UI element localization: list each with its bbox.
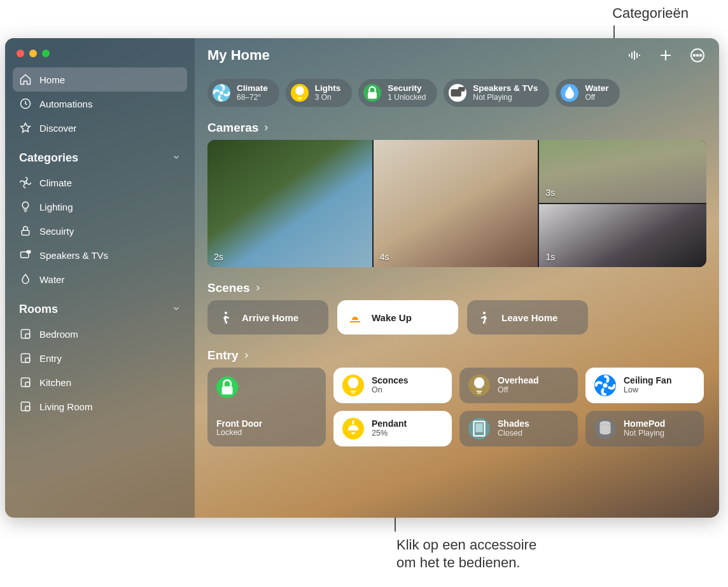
- accessory-name: Overhead: [498, 376, 539, 385]
- accessory-name: Shades: [498, 419, 529, 429]
- pill-label: Lights: [315, 84, 341, 93]
- scene-leave-home[interactable]: Leave Home: [467, 300, 588, 335]
- camera-timestamp: 1s: [545, 252, 555, 262]
- sidebar-item-label: Secuirty: [39, 226, 74, 237]
- sidebar-item-climate[interactable]: Climate: [13, 170, 187, 195]
- sidebar-item-label: Bedroom: [39, 329, 78, 340]
- svg-rect-6: [25, 334, 30, 338]
- svg-point-17: [220, 91, 223, 95]
- scene-arrive-home[interactable]: Arrive Home: [207, 300, 328, 335]
- page-title: My Home: [207, 47, 270, 64]
- home-app-window: Home Automations Discover Categories Cli…: [5, 38, 719, 518]
- fullscreen-window-button[interactable]: [42, 50, 50, 57]
- category-pill-row: Climate68–72° Lights3 On Security1 Unloc…: [195, 69, 719, 107]
- accessory-status: Not Playing: [624, 429, 665, 438]
- accessory-status: On: [372, 386, 409, 395]
- sidebar: Home Automations Discover Categories Cli…: [5, 38, 195, 518]
- bulb-icon: [19, 200, 32, 213]
- more-button[interactable]: [690, 48, 705, 63]
- sidebar-item-discover[interactable]: Discover: [13, 116, 187, 140]
- room-icon: [19, 352, 32, 364]
- minimize-window-button[interactable]: [29, 50, 37, 57]
- titlebar: My Home: [195, 38, 719, 69]
- sidebar-item-entry[interactable]: Entry: [13, 346, 187, 370]
- pill-status: 68–72°: [237, 93, 268, 102]
- section-heading-scenes[interactable]: Scenes: [195, 267, 719, 300]
- house-icon: [19, 73, 32, 86]
- accessory-shades[interactable]: ShadesClosed: [459, 411, 578, 446]
- accessory-homepod[interactable]: HomePodNot Playing: [585, 411, 704, 446]
- fan-icon: [19, 176, 32, 189]
- bulb-icon: [291, 84, 309, 102]
- svg-point-16: [700, 55, 702, 57]
- accessory-status: 25%: [372, 429, 407, 438]
- sidebar-item-lighting[interactable]: Lighting: [13, 195, 187, 219]
- section-label: Scenes: [207, 281, 250, 295]
- accessory-status: Off: [498, 386, 539, 395]
- homepod-icon: [594, 418, 616, 439]
- category-pill-security[interactable]: Security1 Unlocked: [358, 79, 437, 107]
- section-label: Entry: [207, 349, 239, 363]
- sidebar-item-label: Home: [39, 74, 65, 85]
- camera-tile[interactable]: 3s: [539, 140, 706, 203]
- camera-tile[interactable]: 1s: [539, 204, 706, 267]
- accessory-status: Low: [624, 386, 671, 395]
- add-button[interactable]: [658, 48, 673, 63]
- accessory-name: Front Door: [216, 419, 262, 429]
- chevron-right-icon: [262, 121, 270, 135]
- section-heading-cameras[interactable]: Cameras: [195, 107, 719, 140]
- sidebar-item-automations[interactable]: Automations: [13, 92, 187, 116]
- lock-icon: [19, 224, 32, 237]
- category-pill-lights[interactable]: Lights3 On: [286, 79, 353, 107]
- pill-label: Climate: [237, 84, 268, 93]
- camera-tile[interactable]: 4s: [374, 140, 538, 267]
- sidebar-item-label: Climate: [39, 177, 72, 188]
- section-heading-entry[interactable]: Entry: [195, 335, 719, 368]
- fan-icon: [213, 84, 230, 102]
- sidebar-item-bedroom[interactable]: Bedroom: [13, 322, 187, 346]
- sidebar-heading-categories[interactable]: Categories: [13, 140, 187, 170]
- sidebar-item-label: Automations: [39, 99, 92, 109]
- svg-rect-4: [27, 251, 31, 254]
- accessory-status: Closed: [498, 429, 529, 438]
- sidebar-item-speakers-tvs[interactable]: Speakers & TVs: [13, 243, 187, 267]
- droplet-icon: [561, 84, 578, 102]
- accessory-sconces[interactable]: SconcesOn: [333, 368, 452, 403]
- pill-status: Off: [585, 93, 608, 102]
- svg-point-15: [697, 55, 699, 57]
- accessory-overhead[interactable]: OverheadOff: [459, 368, 578, 403]
- scene-label: Wake Up: [372, 312, 412, 323]
- sidebar-heading-rooms[interactable]: Rooms: [13, 291, 187, 322]
- intercom-button[interactable]: [626, 48, 641, 63]
- sidebar-item-living-room[interactable]: Living Room: [13, 394, 187, 418]
- pill-label: Speakers & TVs: [473, 84, 538, 93]
- camera-tile[interactable]: 2s: [207, 140, 372, 267]
- accessory-pendant[interactable]: Pendant25%: [333, 411, 452, 446]
- sidebar-item-kitchen[interactable]: Kitchen: [13, 370, 187, 394]
- camera-timestamp: 4s: [380, 252, 389, 262]
- sidebar-item-label: Lighting: [39, 202, 73, 212]
- svg-rect-12: [25, 406, 30, 411]
- pill-label: Security: [388, 84, 426, 93]
- category-pill-climate[interactable]: Climate68–72°: [207, 79, 279, 107]
- sidebar-item-home[interactable]: Home: [13, 67, 187, 92]
- scene-wake-up[interactable]: Wake Up: [337, 300, 458, 335]
- sidebar-item-water[interactable]: Water: [13, 267, 187, 291]
- camera-grid: 2s 3s 4s 1s: [207, 140, 706, 267]
- accessory-ceiling-fan[interactable]: Ceiling FanLow: [585, 368, 704, 403]
- sidebar-item-label: Kitchen: [39, 377, 71, 388]
- accessory-front-door[interactable]: Front Door Locked: [207, 368, 326, 446]
- callout-accessory-line1: Klik op een accessoire: [396, 537, 536, 553]
- sidebar-item-security[interactable]: Secuirty: [13, 219, 187, 243]
- category-pill-water[interactable]: WaterOff: [556, 79, 620, 107]
- category-pill-speakers-tvs[interactable]: Speakers & TVsNot Playing: [444, 79, 549, 107]
- close-window-button[interactable]: [17, 50, 24, 57]
- window-controls: [17, 50, 50, 57]
- camera-timestamp: 3s: [545, 188, 555, 198]
- svg-point-27: [600, 421, 611, 425]
- scenes-row: Arrive Home Wake Up Leave Home: [195, 300, 719, 335]
- pill-status: Not Playing: [473, 93, 538, 102]
- svg-point-1: [24, 181, 26, 183]
- pill-status: 1 Unlocked: [388, 93, 426, 102]
- lock-icon: [363, 84, 381, 102]
